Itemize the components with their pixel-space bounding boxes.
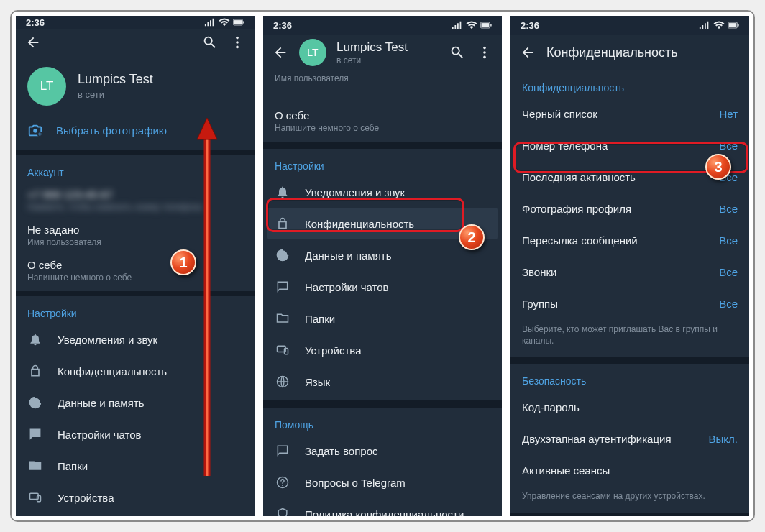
svg-rect-8 xyxy=(37,496,41,502)
row-forwards[interactable]: Пересылка сообщений Все xyxy=(510,224,749,256)
row-bio[interactable]: О себе Напишите немного о себе xyxy=(263,104,502,139)
row-faq[interactable]: Вопросы о Telegram xyxy=(263,467,502,498)
svg-point-14 xyxy=(483,56,486,59)
row-last-seen[interactable]: Последняя активность Все xyxy=(510,161,749,193)
wifi-icon xyxy=(219,18,230,27)
battery-icon xyxy=(233,18,244,27)
row-sessions[interactable]: Активные сеансы xyxy=(510,454,749,486)
lock-icon xyxy=(28,364,42,378)
status-time: 2:36 xyxy=(273,20,292,31)
section-header-account: Аккаунт xyxy=(16,161,255,183)
svg-point-13 xyxy=(483,51,486,54)
row-privacy[interactable]: Конфиденциальность xyxy=(16,355,255,387)
row-notifications[interactable]: Уведомления и звук xyxy=(16,324,255,355)
privacy-hint: Выберите, кто может приглашать Вас в гру… xyxy=(510,319,749,354)
section-header-help: Помощь xyxy=(263,413,502,435)
row-bio[interactable]: О себе Напишите немного о себе xyxy=(16,253,255,288)
row-groups[interactable]: Группы Все xyxy=(510,288,749,319)
row-policy[interactable]: Политика конфиденциальности xyxy=(263,498,502,516)
section-help: Помощь Задать вопрос Вопросы о Telegram … xyxy=(263,408,502,516)
row-folders[interactable]: Папки xyxy=(16,450,255,482)
section-account-tail: Имя пользователя О себе Напишите немного… xyxy=(263,70,502,142)
row-privacy[interactable]: Конфиденциальность xyxy=(267,208,498,239)
row-blacklist[interactable]: Чёрный список Нет xyxy=(510,98,749,129)
more-button[interactable] xyxy=(229,34,246,51)
chat-icon xyxy=(28,427,42,441)
row-passcode[interactable]: Код-пароль xyxy=(510,391,749,423)
wifi-icon xyxy=(466,21,477,29)
battery-icon xyxy=(480,21,492,29)
svg-rect-1 xyxy=(234,20,242,24)
bell-icon xyxy=(28,332,42,347)
arrow-left-icon xyxy=(520,45,536,60)
row-ask[interactable]: Задать вопрос xyxy=(263,435,502,467)
back-button[interactable] xyxy=(272,44,289,61)
row-username[interactable]: Не задано Имя пользователя xyxy=(16,218,255,253)
more-button[interactable] xyxy=(476,44,493,61)
section-settings: Настройки Уведомления и звук Конфиденциа… xyxy=(16,296,255,516)
row-profile-photo[interactable]: Фотография профиля Все xyxy=(510,193,749,224)
bell-icon xyxy=(275,185,290,199)
statusbar: 2:36 xyxy=(16,16,255,29)
svg-point-12 xyxy=(483,47,486,50)
back-button[interactable] xyxy=(24,34,42,51)
row-notifications[interactable]: Уведомления и звук xyxy=(263,176,502,208)
screen-2-settings-scrolled: 2:36 LT Lumpics Test в сети xyxy=(263,16,502,516)
back-button[interactable] xyxy=(519,44,536,61)
avatar[interactable]: LT xyxy=(27,67,66,106)
pie-icon xyxy=(275,248,290,262)
devices-icon xyxy=(275,343,290,357)
topbar: Конфиденциальность xyxy=(510,35,749,70)
row-data[interactable]: Данные и память xyxy=(16,387,255,418)
svg-rect-10 xyxy=(481,23,489,27)
wifi-icon xyxy=(713,21,725,29)
status-icons xyxy=(452,21,492,29)
signal-icon xyxy=(699,21,710,29)
section-account: Аккаунт +7 999 123-45-67 Нажмите, чтобы … xyxy=(16,155,255,291)
svg-rect-21 xyxy=(728,23,736,27)
lock-icon xyxy=(275,216,290,231)
search-icon xyxy=(202,35,218,50)
status-time: 2:36 xyxy=(26,17,45,28)
svg-rect-22 xyxy=(738,24,738,27)
more-vert-icon xyxy=(477,45,493,60)
more-vert-icon xyxy=(229,35,245,50)
choose-photo-button[interactable]: Выбрать фотографию xyxy=(16,114,255,150)
signal-icon xyxy=(204,18,216,27)
svg-rect-2 xyxy=(243,22,244,24)
topbar: LT Lumpics Test в сети xyxy=(263,35,502,70)
battery-icon xyxy=(728,21,739,29)
row-phone[interactable]: +7 999 123-45-67 Нажмите, чтобы изменить… xyxy=(16,183,255,218)
chat-icon xyxy=(275,280,290,294)
svg-point-4 xyxy=(236,41,239,44)
svg-point-19 xyxy=(282,485,283,486)
search-button[interactable] xyxy=(449,44,466,61)
page-title: Конфиденциальность xyxy=(546,45,678,60)
header-name: Lumpics Test xyxy=(336,40,439,55)
row-devices[interactable]: Устройства xyxy=(263,334,502,366)
row-data[interactable]: Данные и память xyxy=(263,239,502,271)
choose-photo-label: Выбрать фотографию xyxy=(56,124,167,137)
help-icon xyxy=(275,475,290,490)
signal-icon xyxy=(452,21,463,29)
section-privacy: Конфиденциальность Чёрный список Нет Ном… xyxy=(510,70,749,357)
row-chats[interactable]: Настройки чатов xyxy=(263,271,502,303)
section-security: Безопасность Код-пароль Двухэтапная ауте… xyxy=(510,364,749,512)
row-calls[interactable]: Звонки Все xyxy=(510,256,749,288)
row-folders[interactable]: Папки xyxy=(263,303,502,334)
folder-icon xyxy=(28,459,42,473)
row-devices[interactable]: Устройства xyxy=(16,482,255,513)
search-button[interactable] xyxy=(201,34,219,51)
profile-status: в сети xyxy=(78,89,153,100)
status-icons xyxy=(204,18,244,27)
section-header-security: Безопасность xyxy=(510,370,749,391)
avatar[interactable]: LT xyxy=(299,39,326,66)
row-language[interactable]: Язык xyxy=(263,366,502,398)
svg-rect-11 xyxy=(490,24,491,27)
pie-icon xyxy=(28,395,42,410)
row-two-step[interactable]: Двухэтапная аутентификация Выкл. xyxy=(510,423,749,454)
row-phone-number[interactable]: Номер телефона Все xyxy=(510,129,749,161)
row-username[interactable]: Имя пользователя xyxy=(263,72,502,104)
row-chats[interactable]: Настройки чатов xyxy=(16,418,255,450)
security-hint: Управление сеансами на других устройства… xyxy=(510,486,749,509)
